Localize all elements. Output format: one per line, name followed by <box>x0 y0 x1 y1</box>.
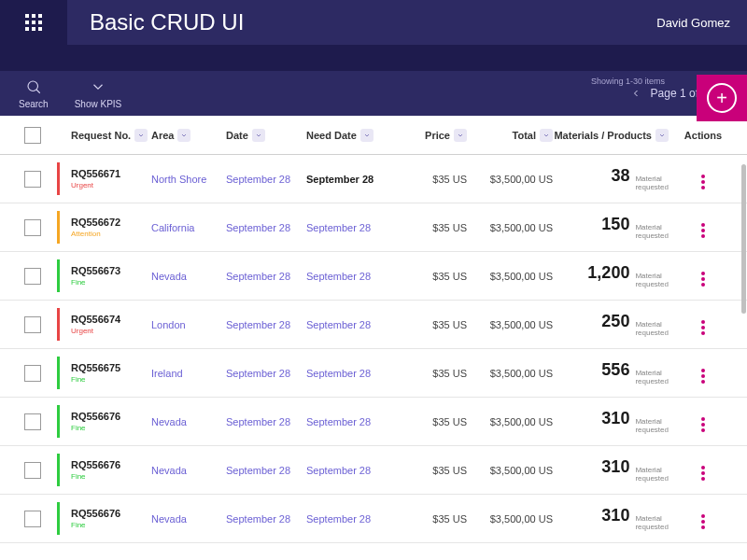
sort-total[interactable] <box>540 129 553 142</box>
col-request-label: Request No. <box>71 130 131 141</box>
status-bar <box>57 259 60 292</box>
total-cell: $3,500,00 US <box>467 319 553 330</box>
sort-materials[interactable] <box>655 129 669 142</box>
materials-count: 250 <box>601 312 629 331</box>
request-number: RQ556676 <box>71 459 151 470</box>
request-status: Fine <box>71 375 151 384</box>
materials-cell: 38 Materialrequested <box>553 166 678 192</box>
total-cell: $3,500,00 US <box>467 416 553 427</box>
select-all-checkbox[interactable] <box>24 127 41 144</box>
date-cell: September 28 <box>226 465 306 476</box>
request-status: Fine <box>71 472 151 481</box>
total-cell: $3,500,00 US <box>467 174 553 185</box>
col-price-label: Price <box>425 130 450 141</box>
row-checkbox[interactable] <box>24 268 41 285</box>
row-actions-button[interactable] <box>678 412 728 432</box>
header-toolbar <box>0 45 747 71</box>
sort-need-date[interactable] <box>360 129 374 142</box>
request-cell: RQ556675 Fine <box>60 362 151 384</box>
apps-menu-button[interactable] <box>0 0 67 45</box>
row-actions-button[interactable] <box>678 315 728 335</box>
search-button[interactable]: Search <box>19 78 49 109</box>
materials-cell: 1,200 Materialrequested <box>553 263 678 289</box>
price-cell: $35 US <box>400 271 467 282</box>
table-row[interactable]: RQ556674 Urgent London September 28 Sept… <box>0 301 747 349</box>
request-cell: RQ556672 Attention <box>60 217 151 238</box>
request-status: Urgent <box>71 327 151 335</box>
status-bar <box>57 405 60 438</box>
show-kpis-button[interactable]: Show KPIS <box>75 78 122 109</box>
sort-request[interactable] <box>134 129 148 142</box>
sort-price[interactable] <box>454 129 467 142</box>
mail-icon[interactable] <box>672 51 687 64</box>
row-checkbox[interactable] <box>24 219 41 236</box>
search-icon <box>25 78 42 95</box>
scrollbar[interactable] <box>741 164 746 314</box>
request-cell: RQ556676 Fine <box>60 508 151 529</box>
materials-label: Materialrequested <box>635 418 669 435</box>
materials-cell: 310 Materialrequested <box>553 409 678 435</box>
price-cell: $35 US <box>400 513 467 525</box>
row-actions-button[interactable] <box>678 169 728 189</box>
materials-cell: 310 Materialrequested <box>553 457 678 483</box>
total-cell: $3,500,00 US <box>467 368 553 379</box>
dots-icon <box>701 223 705 238</box>
row-checkbox[interactable] <box>24 462 41 479</box>
table-row[interactable]: RQ556671 Urgent North Shore September 28… <box>0 155 747 203</box>
dots-icon <box>701 272 705 287</box>
status-bar <box>57 211 60 244</box>
sort-date[interactable] <box>252 129 265 142</box>
row-actions-button[interactable] <box>678 509 728 529</box>
materials-count: 1,200 <box>587 263 629 283</box>
sort-area[interactable] <box>177 129 190 142</box>
pager-prev-icon[interactable] <box>630 88 641 99</box>
row-actions-button[interactable] <box>678 217 728 238</box>
date-cell: September 28 <box>226 513 306 525</box>
table-row[interactable]: RQ556672 Attention California September … <box>0 203 747 252</box>
request-status: Urgent <box>71 181 151 189</box>
row-checkbox[interactable] <box>24 413 41 430</box>
area-cell: California <box>151 222 226 233</box>
col-area-label: Area <box>151 130 174 141</box>
dots-icon <box>701 417 705 432</box>
status-bar <box>57 308 60 341</box>
price-cell: $35 US <box>400 222 467 233</box>
show-kpis-label: Show KPIS <box>75 99 122 109</box>
need-date-cell: September 28 <box>306 222 400 233</box>
row-actions-button[interactable] <box>678 363 728 384</box>
request-number: RQ556674 <box>71 314 151 325</box>
row-checkbox[interactable] <box>24 316 41 333</box>
col-total-label: Total <box>513 130 536 141</box>
table-row[interactable]: RQ556676 Fine Nevada September 28 Septem… <box>0 495 747 543</box>
materials-cell: 150 Materialrequested <box>553 215 678 241</box>
user-name[interactable]: David Gomez <box>656 16 747 30</box>
row-actions-button[interactable] <box>678 266 728 287</box>
request-status: Fine <box>71 278 151 287</box>
row-checkbox[interactable] <box>24 171 41 188</box>
price-cell: $35 US <box>400 416 467 427</box>
row-checkbox[interactable] <box>24 511 41 527</box>
area-cell: Ireland <box>151 368 226 379</box>
price-cell: $35 US <box>400 368 467 379</box>
table-row[interactable]: RQ556675 Fine Ireland September 28 Septe… <box>0 349 747 398</box>
bell-icon[interactable] <box>633 51 646 64</box>
date-cell: September 28 <box>226 416 306 427</box>
table-row[interactable]: RQ556676 Fine Nevada September 28 Septem… <box>0 398 747 446</box>
app-header: Basic CRUD UI David Gomez <box>0 0 747 45</box>
dots-icon <box>701 369 705 384</box>
request-number: RQ556672 <box>71 217 151 228</box>
materials-label: Materialrequested <box>635 273 669 289</box>
row-actions-button[interactable] <box>678 460 728 481</box>
date-cell: September 28 <box>226 319 306 330</box>
materials-label: Materialrequested <box>635 321 669 338</box>
materials-cell: 556 Materialrequested <box>553 360 678 386</box>
materials-label: Materialrequested <box>635 467 669 483</box>
row-checkbox[interactable] <box>24 365 41 382</box>
gear-icon[interactable] <box>713 51 726 64</box>
table-row[interactable]: RQ556673 Fine Nevada September 28 Septem… <box>0 252 747 301</box>
table-row[interactable]: RQ556676 Fine Nevada September 28 Septem… <box>0 446 747 495</box>
materials-cell: 250 Materialrequested <box>553 312 678 338</box>
add-fab-button[interactable]: + <box>697 75 747 121</box>
request-number: RQ556671 <box>71 168 151 179</box>
col-materials-label: Materials / Products <box>554 130 652 141</box>
